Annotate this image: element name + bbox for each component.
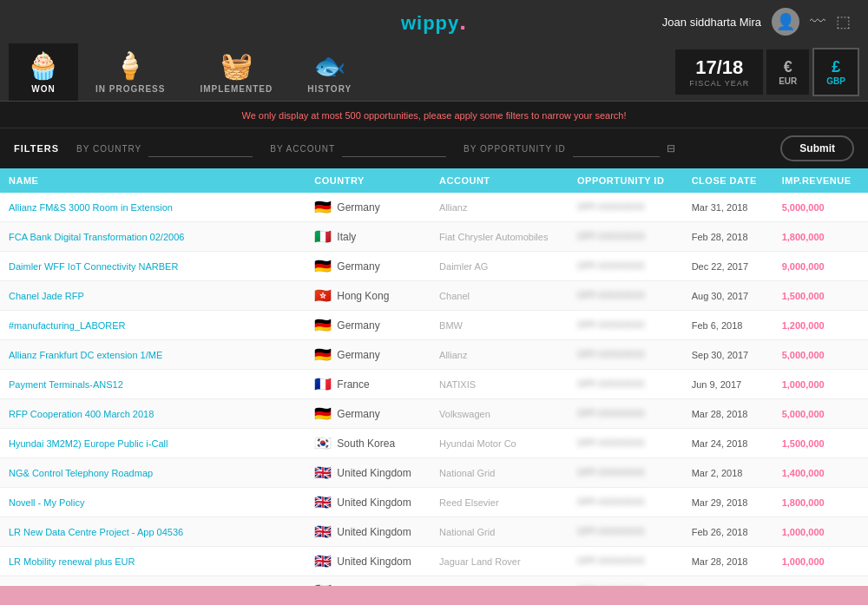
- row-revenue: 1,500,000: [773, 281, 868, 311]
- table-row[interactable]: Hyundai 3M2M2) Europe Public i-Call 🇰🇷 S…: [0, 429, 868, 458]
- top-nav: wippy. Joan siddharta Mira 👤 〰 ⬚: [0, 0, 868, 43]
- row-country: 🇬🇧 United Kingdom: [306, 547, 431, 576]
- country-flag: 🇬🇧: [314, 523, 332, 540]
- tab-implemented[interactable]: 🧺 IMPLEMENTED: [182, 43, 290, 101]
- row-revenue: 5,000,000: [773, 340, 868, 370]
- country-flag: 🇩🇪: [314, 405, 332, 422]
- country-name: United Kingdom: [337, 496, 411, 509]
- row-opp-id: OPP-XXXXXXXX: [569, 340, 683, 370]
- account-filter-label: BY ACCOUNT: [270, 144, 335, 154]
- row-close-date: Dec 22, 2017: [683, 252, 773, 281]
- row-name: Chanel Jade RFP: [0, 281, 306, 311]
- exit-icon[interactable]: ⬚: [836, 12, 851, 31]
- table-row[interactable]: #manufacturing_LABORER 🇩🇪 Germany BMW OP…: [0, 311, 868, 340]
- row-name: Allianz FM&S 3000 Room in Extension: [0, 193, 306, 222]
- tab-history[interactable]: 🐟 HISTORY: [290, 43, 369, 101]
- tab-won[interactable]: 🧁 WON: [9, 43, 78, 101]
- country-name: Hong Kong: [337, 290, 389, 302]
- row-opp-id: OPP-XXXXXXXX: [569, 370, 683, 399]
- implemented-label: IMPLEMENTED: [200, 84, 273, 94]
- table-row[interactable]: LR Mobility renewal plus EUR 🇬🇧 United K…: [0, 547, 868, 576]
- country-filter-input[interactable]: [148, 141, 253, 157]
- opportunity-filter-input[interactable]: [573, 141, 660, 157]
- table-row[interactable]: RFP Cooperation 400 March 2018 🇩🇪 German…: [0, 399, 868, 429]
- row-opp-id: OPP-XXXXXXXX: [569, 399, 683, 429]
- row-opp-id: OPP-XXXXXXXX: [569, 311, 683, 340]
- row-revenue: 1,800,000: [773, 222, 868, 252]
- row-account: Volkswagen: [431, 399, 569, 429]
- row-revenue: 1,000,000: [773, 517, 868, 547]
- row-country: 🇫🇷 France: [306, 370, 431, 399]
- country-name: United Kingdom: [337, 556, 411, 568]
- fiscal-year: 17/18: [689, 56, 749, 79]
- row-revenue: 9,000,000: [773, 252, 868, 281]
- table-row[interactable]: Allianz Frankfurt DC extension 1/ME 🇩🇪 G…: [0, 340, 868, 370]
- row-revenue: 1,400,000: [773, 458, 868, 488]
- row-name: Allianz Frankfurt DC extension 1/ME: [0, 340, 306, 370]
- row-opp-id: OPP-XXXXXXXX: [569, 517, 683, 547]
- row-name: RFP Cooperation 400 March 2018: [0, 399, 306, 429]
- eur-symbol: €: [779, 58, 797, 76]
- row-revenue: 1,000,000: [773, 547, 868, 576]
- row-country: 🇮🇹 Italy: [306, 576, 431, 587]
- row-country: 🇩🇪 Germany: [306, 340, 431, 370]
- table-row[interactable]: Field Fleet Management 2017 🇮🇹 Italy Ene…: [0, 576, 868, 587]
- avatar[interactable]: 👤: [772, 8, 799, 36]
- row-close-date: Mar 28, 2018: [683, 399, 773, 429]
- row-revenue: 5,000,000: [773, 193, 868, 222]
- row-country: 🇩🇪 Germany: [306, 399, 431, 429]
- col-country: COUNTRY: [306, 168, 431, 193]
- row-revenue: 1,800,000: [773, 576, 868, 587]
- row-country: 🇰🇷 South Korea: [306, 429, 431, 458]
- row-account: Fiat Chrysler Automobiles: [431, 222, 569, 252]
- row-opp-id: OPP-XXXXXXXX: [569, 458, 683, 488]
- currency-eur[interactable]: € EUR: [766, 49, 809, 95]
- col-imp-revenue: IMP.REVENUE: [773, 168, 868, 193]
- submit-button[interactable]: Submit: [780, 135, 854, 161]
- table-row[interactable]: LR New Data Centre Project - App 04536 🇬…: [0, 517, 868, 547]
- row-opp-id: OPP-XXXXXXXX: [569, 193, 683, 222]
- country-name: Germany: [337, 408, 379, 420]
- row-close-date: Feb 6, 2018: [683, 311, 773, 340]
- opportunities-table: NAME COUNTRY ACCOUNT OPPORTUNITY ID CLOS…: [0, 168, 868, 586]
- fiscal-year-box: 17/18 FISCAL YEAR: [675, 49, 763, 95]
- table-row[interactable]: Allianz FM&S 3000 Room in Extension 🇩🇪 G…: [0, 193, 868, 222]
- country-name: United Kingdom: [337, 467, 411, 479]
- implemented-icon: 🧺: [220, 50, 253, 81]
- row-close-date: Jun 9, 2017: [683, 370, 773, 399]
- data-table-container: NAME COUNTRY ACCOUNT OPPORTUNITY ID CLOS…: [0, 168, 868, 586]
- row-opp-id: OPP-XXXXXXXX: [569, 576, 683, 587]
- row-close-date: Mar 31, 2018: [683, 193, 773, 222]
- row-name: LR New Data Centre Project - App 04536: [0, 517, 306, 547]
- country-flag: 🇬🇧: [314, 553, 332, 569]
- country-filter-group: BY COUNTRY: [76, 141, 253, 157]
- row-name: Hyundai 3M2M2) Europe Public i-Call: [0, 429, 306, 458]
- fiscal-label: FISCAL YEAR: [689, 79, 749, 88]
- table-header-row: NAME COUNTRY ACCOUNT OPPORTUNITY ID CLOS…: [0, 168, 868, 193]
- col-close-date: CLOSE DATE: [683, 168, 773, 193]
- table-row[interactable]: Novell - My Policy 🇬🇧 United Kingdom Ree…: [0, 488, 868, 517]
- row-revenue: 1,800,000: [773, 488, 868, 517]
- table-row[interactable]: FCA Bank Digital Transformation 02/2006 …: [0, 222, 868, 252]
- wave-icon[interactable]: 〰: [810, 13, 825, 31]
- table-row[interactable]: Daimler WFF IoT Connectivity NARBER 🇩🇪 G…: [0, 252, 868, 281]
- country-name: Germany: [337, 349, 379, 361]
- row-name: Field Fleet Management 2017: [0, 576, 306, 587]
- row-revenue: 1,200,000: [773, 311, 868, 340]
- row-account: Jaguar Land Rover: [431, 547, 569, 576]
- eur-label: EUR: [779, 76, 797, 86]
- row-name: NG& Control Telephony Roadmap: [0, 458, 306, 488]
- in-progress-icon: 🍦: [114, 50, 147, 81]
- currency-gbp[interactable]: £ GBP: [812, 48, 859, 96]
- account-filter-input[interactable]: [342, 141, 446, 157]
- row-account: Reed Elsevier: [431, 488, 569, 517]
- table-row[interactable]: Chanel Jade RFP 🇭🇰 Hong Kong Chanel OPP-…: [0, 281, 868, 311]
- tab-in-progress[interactable]: 🍦 IN PROGRESS: [78, 43, 182, 101]
- country-name: United Kingdom: [337, 526, 411, 538]
- table-row[interactable]: Payment Terminals-ANS12 🇫🇷 France NATIXI…: [0, 370, 868, 399]
- table-row[interactable]: NG& Control Telephony Roadmap 🇬🇧 United …: [0, 458, 868, 488]
- country-flag: 🇮🇹: [314, 582, 332, 586]
- country-name: Germany: [337, 201, 379, 214]
- gbp-label: GBP: [826, 76, 845, 86]
- row-revenue: 5,000,000: [773, 399, 868, 429]
